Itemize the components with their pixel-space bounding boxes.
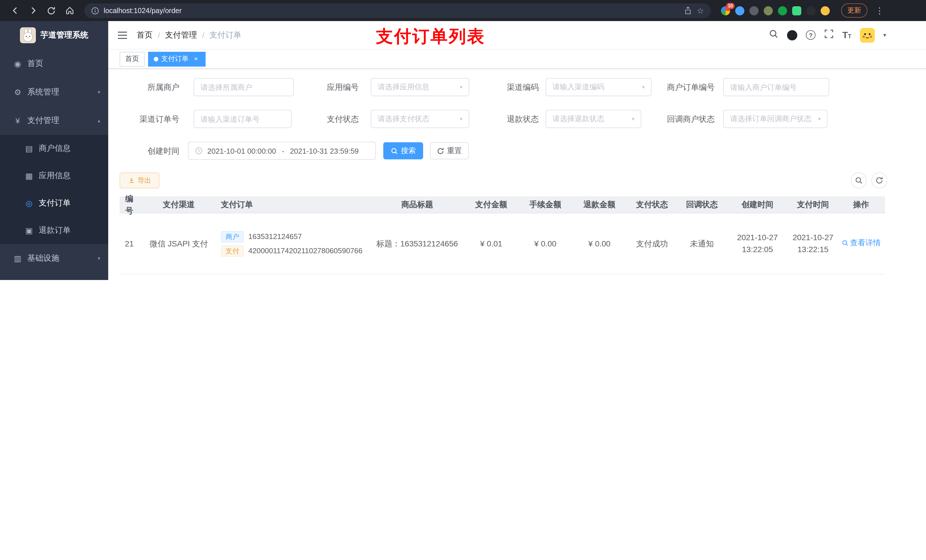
filter-label-merchant-order-no: 商户订单编号 bbox=[646, 78, 715, 96]
yen-icon: ¥ bbox=[11, 116, 24, 125]
app-frame: 芋道管理系统 ◉ 首页 ⚙ 系统管理 ¥ 支付管理 ▤ 商户信息 bbox=[0, 21, 926, 280]
pay-status-select[interactable]: 请选择支付状态 bbox=[371, 110, 469, 128]
cell-created: 2021-10-2713:22:05 bbox=[726, 232, 789, 255]
chevron-down-icon bbox=[642, 84, 645, 90]
create-time-range[interactable]: 2021-10-01 00:00:00 - 2021-10-31 23:59:5… bbox=[188, 142, 376, 160]
order-table-body: 21 微信 JSAPI 支付 商户 1635312124657 支付 42000… bbox=[120, 213, 885, 280]
tabs-bar: 首页 支付订单 bbox=[108, 50, 926, 69]
profile-avatar[interactable] bbox=[821, 6, 830, 15]
channel-code-select[interactable]: 请输入渠道编码 bbox=[546, 78, 652, 96]
sidebar-item-pay-order[interactable]: ◎ 支付订单 bbox=[0, 190, 108, 217]
sidebar-item-system[interactable]: ⚙ 系统管理 bbox=[0, 78, 108, 106]
breadcrumb-pay-manage[interactable]: 支付管理 bbox=[165, 30, 197, 40]
tab-close-icon[interactable] bbox=[192, 55, 200, 63]
payment-submenu: ▤ 商户信息 ▦ 应用信息 ◎ 支付订单 ▣ 退款订单 bbox=[0, 135, 108, 244]
merchant-input[interactable] bbox=[194, 78, 294, 96]
table-row: 21 微信 JSAPI 支付 商户 1635312124657 支付 42000… bbox=[120, 213, 885, 274]
merchant-badge: 商户 bbox=[221, 231, 244, 242]
merchant-order-no-input[interactable] bbox=[723, 78, 829, 96]
search-button[interactable]: 搜索 bbox=[383, 142, 423, 159]
filter-label-notify-status: 回调商户状态 bbox=[646, 110, 715, 128]
browser-toolbar: localhost:1024/pay/order ☆ 10 更新 ⋮ bbox=[0, 0, 926, 21]
home-icon[interactable] bbox=[62, 3, 77, 18]
search-icon bbox=[841, 240, 848, 246]
sidebar-item-home[interactable]: ◉ 首页 bbox=[0, 50, 108, 78]
chevron-down-icon bbox=[98, 89, 100, 95]
merchant-order-no: 1635312124657 bbox=[248, 231, 302, 242]
filter-label-merchant: 所属商户 bbox=[111, 78, 179, 96]
refresh-icon bbox=[437, 147, 444, 154]
cell-channel: 微信 JSAPI 支付 bbox=[139, 238, 219, 249]
cell-actions: 查看详情 bbox=[837, 237, 885, 250]
date-start: 2021-10-01 00:00:00 bbox=[207, 146, 276, 155]
refund-status-select[interactable]: 请选择退款状态 bbox=[546, 110, 641, 128]
app-select[interactable]: 请选择应用信息 bbox=[371, 78, 469, 96]
cell-status: 支付成功 bbox=[626, 238, 678, 249]
table-header: 编号 支付渠道 支付订单 商品标题 支付金额 手续金额 退款金额 支付状态 回调… bbox=[120, 196, 885, 213]
sidebar-item-refund-order[interactable]: ▣ 退款订单 bbox=[0, 217, 108, 244]
user-menu-caret-icon[interactable] bbox=[883, 32, 886, 38]
toggle-search-icon[interactable] bbox=[851, 172, 867, 189]
sidebar-item-app-info[interactable]: ▦ 应用信息 bbox=[0, 162, 108, 190]
forward-icon[interactable] bbox=[25, 3, 41, 18]
sidebar-item-payment[interactable]: ¥ 支付管理 bbox=[0, 106, 108, 135]
extension-icon[interactable] bbox=[778, 6, 787, 15]
reset-button[interactable]: 重置 bbox=[430, 142, 469, 159]
refresh-table-icon[interactable] bbox=[872, 172, 887, 189]
date-separator: - bbox=[281, 146, 284, 155]
breadcrumb-home[interactable]: 首页 bbox=[137, 30, 153, 40]
table-row: 20 微信 JSAPI 支付 商户 1635311949168 支付 42000… bbox=[120, 274, 885, 280]
export-button[interactable]: 导出 bbox=[120, 172, 159, 189]
reload-icon[interactable] bbox=[43, 3, 59, 18]
search-icon bbox=[391, 147, 398, 154]
sidebar-item-dev-tools[interactable]: ✎ 研发工具 bbox=[0, 273, 108, 280]
chevron-down-icon bbox=[98, 255, 100, 261]
fullscreen-icon[interactable] bbox=[824, 29, 834, 41]
main-area: 首页 / 支付管理 / 支付订单 支付订单列表 bbox=[108, 21, 926, 280]
view-detail-link[interactable]: 查看详情 bbox=[841, 237, 881, 249]
site-info-icon[interactable] bbox=[91, 6, 99, 15]
github-icon[interactable] bbox=[787, 30, 797, 40]
app-title: 芋道管理系统 bbox=[41, 30, 88, 41]
url-bar[interactable]: localhost:1024/pay/order ☆ bbox=[84, 3, 711, 18]
breadcrumb-separator: / bbox=[158, 30, 160, 39]
notify-status-select[interactable]: 请选择订单回调商户状态 bbox=[723, 110, 828, 128]
help-icon[interactable] bbox=[806, 30, 816, 40]
url-text[interactable]: localhost:1024/pay/order bbox=[104, 6, 680, 15]
extension-icon[interactable] bbox=[749, 6, 758, 15]
extension-icon[interactable] bbox=[764, 6, 773, 15]
collapse-sidebar-icon[interactable] bbox=[117, 30, 127, 39]
dashboard-icon: ◉ bbox=[11, 59, 24, 68]
channel-order-no-input[interactable] bbox=[194, 110, 292, 128]
extension-icon[interactable] bbox=[735, 6, 744, 15]
extension-icon[interactable] bbox=[792, 6, 801, 15]
font-size-icon[interactable] bbox=[842, 30, 851, 40]
share-icon[interactable] bbox=[684, 6, 692, 15]
app-logo[interactable]: 芋道管理系统 bbox=[0, 21, 108, 50]
col-header-status: 支付状态 bbox=[626, 199, 678, 211]
extension-icon[interactable] bbox=[806, 6, 816, 15]
pay-badge: 支付 bbox=[221, 245, 244, 257]
user-avatar[interactable] bbox=[860, 27, 875, 42]
col-header-actions: 操作 bbox=[837, 199, 885, 211]
bookmark-star-icon[interactable]: ☆ bbox=[697, 6, 704, 15]
browser-update-button[interactable]: 更新 bbox=[841, 3, 867, 18]
search-icon[interactable] bbox=[769, 29, 779, 41]
col-header-channel: 支付渠道 bbox=[139, 199, 219, 211]
channel-pay-no: 4200001174202110278060590766 bbox=[248, 245, 363, 257]
sidebar-item-merchant-info[interactable]: ▤ 商户信息 bbox=[0, 135, 108, 162]
filter-label-pay-status: 支付状态 bbox=[291, 110, 359, 128]
extension-icon[interactable]: 10 bbox=[721, 6, 730, 15]
screen: localhost:1024/pay/order ☆ 10 更新 ⋮ bbox=[0, 0, 926, 280]
tab-pay-order[interactable]: 支付订单 bbox=[148, 51, 206, 66]
sidebar: 芋道管理系统 ◉ 首页 ⚙ 系统管理 ¥ 支付管理 ▤ 商户信息 bbox=[0, 21, 108, 280]
tab-home[interactable]: 首页 bbox=[120, 51, 145, 66]
extensions-strip: 10 bbox=[721, 6, 830, 15]
col-header-fee: 手续金额 bbox=[518, 199, 572, 211]
cell-id: 21 bbox=[120, 238, 139, 249]
back-icon[interactable] bbox=[7, 3, 23, 18]
sidebar-item-infrastructure[interactable]: ▥ 基础设施 bbox=[0, 244, 108, 273]
navbar-actions bbox=[769, 27, 886, 42]
filter-label-create-time: 创建时间 bbox=[111, 142, 179, 160]
browser-menu-icon[interactable]: ⋮ bbox=[875, 5, 884, 16]
